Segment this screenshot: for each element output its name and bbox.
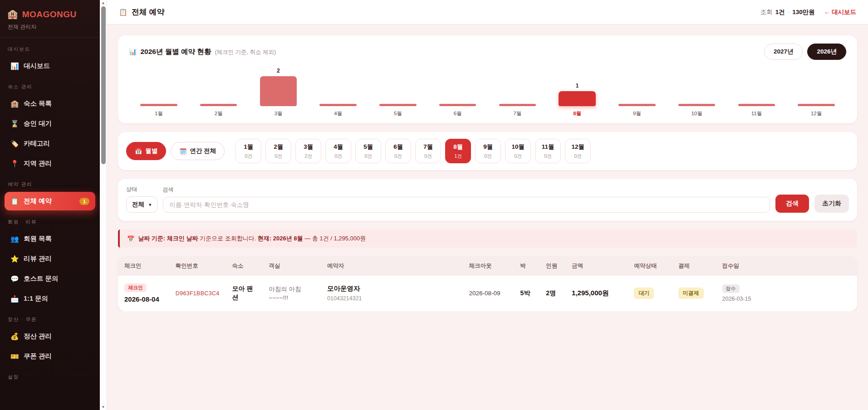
property-name: 모아 팬션 [232, 285, 253, 301]
chart-column: 9월 [607, 64, 667, 117]
notice-text: 날짜 기준: 체크인 날짜 기준으로 조회합니다. 현재: 2026년 8월 —… [138, 234, 366, 243]
bar-12월 [798, 104, 835, 106]
column-header: 박 [514, 256, 540, 276]
chart-column: 7월 [488, 64, 548, 117]
bar-1월 [140, 104, 177, 106]
year-button-2026[interactable]: 2026년 [807, 44, 846, 60]
scrollbar-thumb[interactable] [101, 6, 106, 164]
summary-label: 조회 [760, 8, 773, 16]
month-button-12월[interactable]: 12월0건 [565, 139, 591, 163]
summary-dot: · [788, 9, 790, 15]
sidebar-item-host-inquiry[interactable]: 💬호스트 문의 [5, 269, 95, 288]
sidebar-sections: 대시보드📊대시보드숙소 관리🏨숙소 목록⌛승인 대기🏷️카테고리📍지역 관리예약… [0, 43, 100, 383]
month-button-6월[interactable]: 6월0건 [385, 139, 411, 163]
sidebar-item-label: 리뷰 관리 [24, 254, 52, 263]
sidebar-section: 숙소 관리🏨숙소 목록⌛승인 대기🏷️카테고리📍지역 관리 [0, 81, 100, 173]
month-button-label: 9월 [476, 143, 500, 151]
month-button-count: 0건 [236, 153, 261, 160]
bar-month-label: 10월 [691, 110, 702, 117]
column-header: 확인번호 [169, 256, 226, 276]
year-buttons: 2027년2026년 [764, 44, 846, 60]
status-label: 상태 [126, 185, 157, 193]
view-mode-yearly[interactable]: 🗓️연간 전체 [171, 142, 225, 160]
sidebar-section: 회원 · 리뷰👥회원 목록⭐리뷰 관리💬호스트 문의📩1:1 문의 [0, 216, 100, 308]
month-button-3월[interactable]: 3월2건 [295, 139, 321, 163]
month-button-4월[interactable]: 4월0건 [325, 139, 351, 163]
star-icon: ⭐ [10, 255, 19, 263]
month-button-count: 0건 [386, 153, 411, 160]
view-mode-monthly[interactable]: 📅월별 [126, 142, 166, 160]
reservations-table-card: 체크인확인번호숙소객실예약자체크아웃박인원금액예약상태결제접수일 체크인 202… [118, 256, 857, 311]
sidebar-item-member-list[interactable]: 👥회원 목록 [5, 229, 95, 248]
sidebar-item-review[interactable]: ⭐리뷰 관리 [5, 249, 95, 268]
sidebar-item-approval-wait[interactable]: ⌛승인 대기 [5, 114, 95, 133]
sidebar-item-label: 1:1 문의 [24, 294, 48, 303]
status-select[interactable]: 전체 ▾ [126, 196, 157, 213]
month-button-label: 4월 [326, 143, 351, 151]
reset-button[interactable]: 초기화 [814, 195, 849, 213]
hotel-icon: 🏨 [10, 100, 19, 108]
table-header-row: 체크인확인번호숙소객실예약자체크아웃박인원금액예약상태결제접수일 [118, 256, 857, 276]
bar-month-label: 8월 [573, 110, 581, 117]
month-button-label: 2월 [266, 143, 291, 151]
month-button-count: 0건 [356, 153, 381, 160]
bar-7월 [499, 104, 536, 106]
column-header: 체크아웃 [462, 256, 514, 276]
sidebar-item-label: 지역 관리 [24, 159, 52, 168]
spiral-calendar-icon: 🗓️ [179, 148, 186, 155]
month-button-count: 0건 [326, 153, 351, 160]
chart-column: 11월 [727, 64, 787, 117]
scroll-up-icon[interactable]: ▲ [100, 1, 107, 5]
month-button-11월[interactable]: 11월0건 [535, 139, 561, 163]
month-button-7월[interactable]: 7월0건 [415, 139, 441, 163]
sidebar-item-coupon[interactable]: 🎫쿠폰 관리 [5, 347, 95, 366]
search-button[interactable]: 검색 [775, 195, 809, 213]
month-button-label: 10월 [505, 143, 530, 151]
column-header: 인원 [539, 256, 565, 276]
month-button-8월[interactable]: 8월1건 [445, 139, 471, 163]
year-button-2027[interactable]: 2027년 [764, 44, 803, 60]
view-mode-label: 연간 전체 [190, 147, 216, 155]
nights: 5박 [520, 289, 530, 297]
hourglass-icon: ⌛ [10, 120, 19, 128]
bar-month-label: 3월 [274, 110, 282, 117]
search-input[interactable] [163, 197, 770, 213]
chart-column: 4월 [308, 64, 368, 117]
month-button-5월[interactable]: 5월0건 [355, 139, 381, 163]
bar-9월 [618, 104, 656, 106]
cell-status: 대기 [628, 276, 672, 311]
topbar: 📋 전체 예약 조회 1건 · 130만원 ← 대시보드 [107, 0, 868, 24]
sidebar-item-settlement[interactable]: 💰정산 관리 [5, 327, 95, 346]
back-to-dashboard-link[interactable]: ← 대시보드 [824, 8, 856, 16]
sidebar-item-one-to-one[interactable]: 📩1:1 문의 [5, 289, 95, 308]
month-button-1월[interactable]: 1월0건 [235, 139, 261, 163]
bar-3월 [260, 76, 297, 106]
chevron-down-icon: ▾ [149, 202, 152, 208]
scroll-down-icon[interactable]: ▼ [100, 405, 107, 409]
calendar-icon: 📅 [127, 235, 134, 242]
month-button-9월[interactable]: 9월0건 [475, 139, 501, 163]
sidebar-item-dashboard[interactable]: 📊대시보드 [5, 57, 95, 75]
chart-column: 23월 [249, 64, 309, 117]
month-button-count: 0건 [505, 153, 530, 160]
chart-title-text: 2026년 월별 예약 현황 [140, 47, 211, 57]
cell-payment: 미결제 [672, 276, 716, 311]
column-header: 예약자 [321, 256, 462, 276]
sidebar-item-region[interactable]: 📍지역 관리 [5, 154, 95, 173]
chart-column: 5월 [368, 64, 428, 117]
sidebar-item-label: 정산 관리 [24, 332, 52, 341]
sidebar-item-lodging-list[interactable]: 🏨숙소 목록 [5, 94, 95, 113]
table-row[interactable]: 체크인 2026-08-04 D963F1BBC3C4 모아 팬션 아침의 아침… [118, 276, 857, 311]
sidebar-item-category[interactable]: 🏷️카테고리 [5, 134, 95, 153]
chart-column: 2월 [189, 64, 249, 117]
sidebar-section-label: 설정 [0, 371, 100, 383]
month-button-10월[interactable]: 10월0건 [505, 139, 531, 163]
bar-value-label: 1 [576, 83, 579, 89]
column-header: 결제 [672, 256, 716, 276]
cell-checkin: 체크인 2026-08-04 [118, 276, 169, 311]
month-button-2월[interactable]: 2월0건 [265, 139, 291, 163]
cell-amount: 1,295,000원 [565, 276, 628, 311]
sidebar-section-label: 대시보드 [0, 43, 100, 55]
sidebar-scrollbar[interactable]: ▲ ▼ [100, 0, 107, 410]
sidebar-item-all-reservations[interactable]: 📋전체 예약1 [5, 192, 95, 210]
